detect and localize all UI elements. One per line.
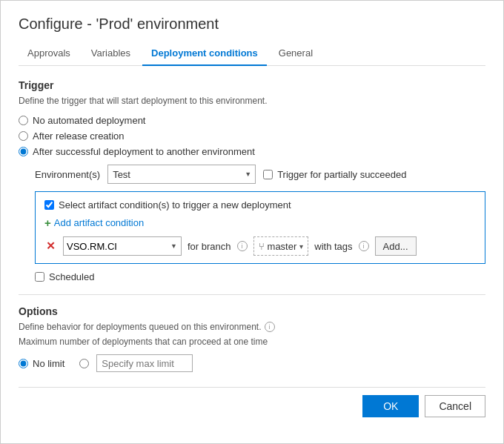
tab-general[interactable]: General [270,43,322,65]
options-description: Define behavior for deployments queued o… [19,322,485,332]
condition-row: ✕ VSO.RM.CI ▼ for branch i ⑂ master ▾ wi… [44,236,476,256]
specify-max-label[interactable] [79,354,193,372]
trigger-section: Trigger Define the trigger that will sta… [19,79,485,282]
add-condition-row[interactable]: + Add artifact condition [44,216,476,229]
branch-name-text: master [268,241,297,252]
environment-row: Environment(s) Test Dev Staging ▼ Trigge… [35,165,485,184]
radio-no-auto-text: No automated deployment [33,115,145,126]
select-artifact-checkbox[interactable] [44,200,54,210]
env-select[interactable]: Test Dev Staging [107,165,256,184]
git-branch-icon: ⑂ [259,241,265,252]
env-label: Environment(s) [35,169,100,180]
scheduled-row: Scheduled [35,271,485,282]
artifact-header: Select artifact condition(s) to trigger … [44,199,476,211]
options-title: Options [19,305,485,317]
radio-after-success-text: After successful deployment to another e… [33,146,255,157]
tab-bar: Approvals Variables Deployment condition… [19,43,485,66]
trigger-description: Define the trigger that will start deplo… [19,96,485,106]
tags-info-icon[interactable]: i [359,241,369,251]
specify-max-radio[interactable] [79,359,89,368]
options-info-icon[interactable]: i [265,322,275,332]
radio-no-auto[interactable] [19,116,28,125]
plus-icon: + [44,216,51,229]
env-select-wrapper: Test Dev Staging ▼ [107,165,256,184]
scheduled-checkbox[interactable] [35,272,44,282]
ok-button[interactable]: OK [362,395,419,417]
for-branch-label: for branch [188,241,231,252]
options-max-label: Maximum number of deployments that can p… [19,337,485,347]
artifact-select-wrapper: VSO.RM.CI ▼ [63,236,182,256]
trigger-partial-checkbox[interactable] [263,170,273,179]
radio-no-auto-label[interactable]: No automated deployment [19,115,485,126]
radio-after-success-label[interactable]: After successful deployment to another e… [19,146,485,157]
trigger-partial-label[interactable]: Trigger for partially succeeded [263,169,406,180]
radio-after-release-text: After release creation [33,130,125,142]
tab-variables[interactable]: Variables [82,43,139,65]
artifact-conditions-box: Select artifact condition(s) to trigger … [35,191,485,264]
artifact-select[interactable]: VSO.RM.CI [63,236,182,256]
trigger-title: Trigger [19,79,485,91]
add-tag-button[interactable]: Add... [375,236,417,256]
section-divider [19,294,485,295]
select-artifact-text: Select artifact condition(s) to trigger … [59,199,291,211]
branch-info-icon[interactable]: i [237,241,248,251]
branch-dropdown[interactable]: ⑂ master ▾ [253,236,309,256]
radio-after-success[interactable] [19,147,28,156]
add-condition-label: Add artifact condition [54,217,144,228]
cancel-button[interactable]: Cancel [425,395,485,417]
options-section: Options Define behavior for deployments … [19,305,485,372]
configure-dialog: Configure - 'Prod' environment Approvals… [0,0,504,444]
radio-after-release-label[interactable]: After release creation [19,130,485,142]
limit-row: No limit [19,354,485,372]
dialog-footer: OK Cancel [19,387,485,417]
specify-max-input[interactable] [96,354,193,372]
scheduled-label: Scheduled [49,271,94,282]
branch-chevron-icon: ▾ [299,242,303,251]
dialog-title: Configure - 'Prod' environment [19,16,485,33]
tab-deployment-conditions[interactable]: Deployment conditions [142,43,267,66]
tab-approvals[interactable]: Approvals [19,43,79,65]
with-tags-label: with tags [314,241,352,252]
radio-after-release[interactable] [19,131,28,141]
no-limit-text: No limit [33,358,64,369]
remove-condition-button[interactable]: ✕ [44,239,57,253]
trigger-radio-group: No automated deployment After release cr… [19,115,485,157]
options-description-text: Define behavior for deployments queued o… [19,322,262,332]
no-limit-radio[interactable] [19,359,28,368]
no-limit-label[interactable]: No limit [19,358,64,369]
trigger-partial-text: Trigger for partially succeeded [277,169,406,180]
